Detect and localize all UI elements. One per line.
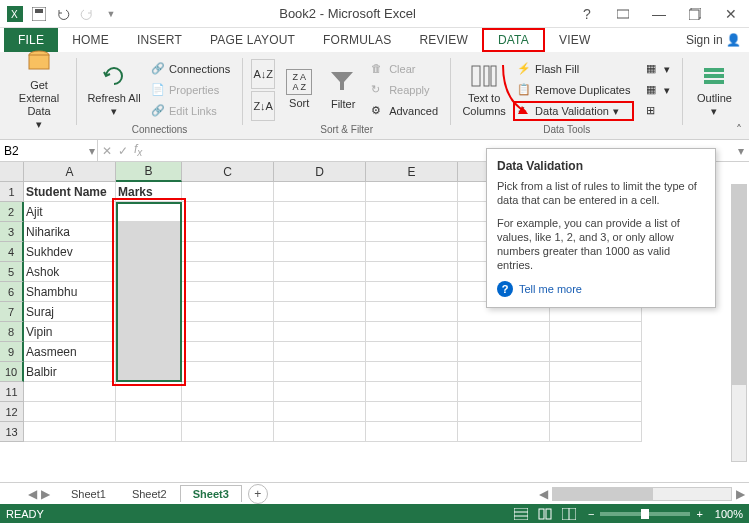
tab-formulas[interactable]: FORMULAS	[309, 28, 405, 52]
tab-review[interactable]: REVIEW	[405, 28, 482, 52]
col-header-c[interactable]: C	[182, 162, 274, 182]
sheet-tab-2[interactable]: Sheet2	[119, 485, 180, 502]
tab-view[interactable]: VIEW	[545, 28, 604, 52]
cell[interactable]	[550, 422, 642, 442]
qat-dropdown-icon[interactable]: ▼	[100, 3, 122, 25]
cell[interactable]	[182, 302, 274, 322]
undo-icon[interactable]	[52, 3, 74, 25]
sort-desc-button[interactable]: Z↓A	[251, 91, 275, 121]
tab-insert[interactable]: INSERT	[123, 28, 196, 52]
properties-button[interactable]: 📄Properties	[147, 80, 234, 100]
remove-duplicates-button[interactable]: 📋Remove Duplicates	[513, 80, 634, 100]
edit-links-button[interactable]: 🔗Edit Links	[147, 101, 234, 121]
name-box[interactable]: ▾	[0, 140, 98, 161]
cell[interactable]	[366, 282, 458, 302]
cell[interactable]	[182, 382, 274, 402]
page-layout-view-icon[interactable]	[534, 506, 556, 522]
row-header[interactable]: 5	[0, 262, 24, 282]
cell[interactable]	[366, 342, 458, 362]
cell[interactable]	[550, 362, 642, 382]
cell-a2[interactable]: Ajit	[24, 202, 116, 222]
refresh-all-button[interactable]: Refresh All ▾	[85, 57, 143, 123]
excel-icon[interactable]: X	[4, 3, 26, 25]
cell[interactable]	[182, 282, 274, 302]
cell[interactable]	[366, 422, 458, 442]
hscroll-thumb[interactable]	[553, 488, 653, 500]
cell-a10[interactable]: Balbir	[24, 362, 116, 382]
cell[interactable]	[274, 262, 366, 282]
relationships-button[interactable]: ⊞	[642, 101, 674, 121]
connections-button[interactable]: 🔗Connections	[147, 59, 234, 79]
horizontal-scrollbar[interactable]	[552, 487, 732, 501]
name-box-input[interactable]	[4, 144, 64, 158]
zoom-out-button[interactable]: −	[588, 508, 594, 520]
row-header[interactable]: 4	[0, 242, 24, 262]
tab-data[interactable]: DATA	[482, 28, 545, 52]
cell[interactable]	[24, 422, 116, 442]
cell-b6[interactable]	[116, 282, 182, 302]
tell-me-more-link[interactable]: ? Tell me more	[497, 281, 705, 297]
page-break-view-icon[interactable]	[558, 506, 580, 522]
text-to-columns-button[interactable]: Text to Columns	[459, 57, 509, 123]
filter-button[interactable]: Filter	[323, 57, 363, 123]
help-icon[interactable]: ?	[573, 3, 601, 25]
cell[interactable]	[182, 222, 274, 242]
restore-icon[interactable]	[681, 3, 709, 25]
cell[interactable]	[182, 402, 274, 422]
clear-button[interactable]: 🗑Clear	[367, 59, 442, 79]
cell[interactable]	[182, 202, 274, 222]
sheet-tab-1[interactable]: Sheet1	[58, 485, 119, 502]
col-header-d[interactable]: D	[274, 162, 366, 182]
tab-page-layout[interactable]: PAGE LAYOUT	[196, 28, 309, 52]
flash-fill-button[interactable]: ⚡Flash Fill	[513, 59, 634, 79]
cell[interactable]	[366, 322, 458, 342]
cell[interactable]	[24, 402, 116, 422]
cell[interactable]	[274, 362, 366, 382]
cell[interactable]	[116, 382, 182, 402]
row-header[interactable]: 9	[0, 342, 24, 362]
cell-a1[interactable]: Student Name	[24, 182, 116, 202]
advanced-button[interactable]: ⚙Advanced	[367, 101, 442, 121]
sign-in-link[interactable]: Sign in 👤	[678, 28, 749, 52]
enter-fx-icon[interactable]: ✓	[118, 144, 128, 158]
cell[interactable]	[182, 242, 274, 262]
cell-b5[interactable]	[116, 262, 182, 282]
cell[interactable]	[274, 342, 366, 362]
cell[interactable]	[116, 402, 182, 422]
cell[interactable]	[366, 182, 458, 202]
cell[interactable]	[274, 182, 366, 202]
what-if-button[interactable]: ▦▾	[642, 80, 674, 100]
col-header-e[interactable]: E	[366, 162, 458, 182]
cell-a8[interactable]: Vipin	[24, 322, 116, 342]
cell[interactable]	[24, 382, 116, 402]
row-header[interactable]: 6	[0, 282, 24, 302]
cell[interactable]	[182, 182, 274, 202]
minimize-icon[interactable]: —	[645, 3, 673, 25]
cell[interactable]	[274, 302, 366, 322]
row-header[interactable]: 10	[0, 362, 24, 382]
cell[interactable]	[182, 322, 274, 342]
cell[interactable]	[550, 402, 642, 422]
sheet-nav-next-icon[interactable]: ▶	[41, 487, 50, 501]
cell-a7[interactable]: Suraj	[24, 302, 116, 322]
cell[interactable]	[366, 222, 458, 242]
cell[interactable]	[550, 322, 642, 342]
reapply-button[interactable]: ↻Reapply	[367, 80, 442, 100]
cell[interactable]	[274, 402, 366, 422]
sheet-nav-prev-icon[interactable]: ◀	[28, 487, 37, 501]
outline-button[interactable]: Outline ▾	[691, 57, 737, 123]
collapse-ribbon-icon[interactable]: ˄	[731, 123, 747, 137]
cell[interactable]	[458, 382, 550, 402]
cell[interactable]	[366, 202, 458, 222]
cell[interactable]	[274, 282, 366, 302]
row-header[interactable]: 1	[0, 182, 24, 202]
cell-a9[interactable]: Aasmeen	[24, 342, 116, 362]
ribbon-display-icon[interactable]	[609, 3, 637, 25]
cell-b3[interactable]	[116, 222, 182, 242]
cell[interactable]	[366, 302, 458, 322]
cell[interactable]	[458, 422, 550, 442]
new-sheet-button[interactable]: +	[248, 484, 268, 504]
hscroll-left-icon[interactable]: ◀	[539, 487, 548, 501]
name-box-dropdown-icon[interactable]: ▾	[89, 144, 95, 158]
tab-home[interactable]: HOME	[58, 28, 123, 52]
